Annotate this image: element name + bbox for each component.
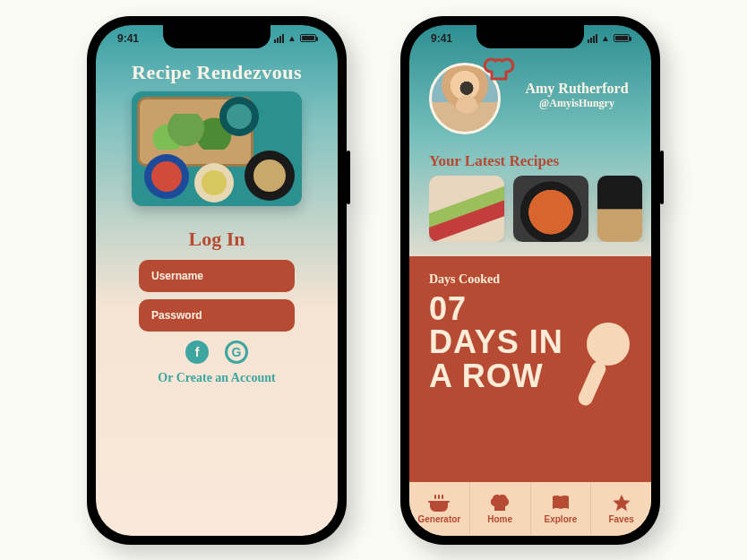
app-title: Recipe Rendezvous bbox=[96, 61, 338, 84]
status-icons: ▲ bbox=[274, 32, 316, 45]
tab-generator[interactable]: Generator bbox=[409, 482, 470, 536]
facebook-button[interactable]: f bbox=[185, 340, 209, 364]
user-handle: @AmyisHungry bbox=[517, 97, 637, 110]
tab-faves[interactable]: Faves bbox=[591, 482, 651, 536]
login-heading: Log In bbox=[96, 228, 338, 251]
phone-home: 9:41 ▲ Amy Rutherford @AmyisHungry Your … bbox=[400, 16, 660, 545]
signal-icon bbox=[274, 34, 284, 43]
password-placeholder: Password bbox=[151, 309, 202, 322]
svg-rect-1 bbox=[576, 358, 608, 407]
tab-label: Home bbox=[487, 514, 512, 524]
battery-icon bbox=[300, 34, 316, 42]
chef-hat-icon bbox=[481, 52, 517, 82]
username-field[interactable]: Username bbox=[139, 260, 295, 292]
status-time: 9:41 bbox=[431, 32, 452, 45]
pot-icon bbox=[428, 493, 450, 513]
create-account-link[interactable]: Or Create an Account bbox=[96, 371, 338, 385]
google-button[interactable]: G bbox=[225, 340, 248, 364]
hero-image bbox=[132, 91, 302, 206]
chef-hat-icon bbox=[489, 493, 511, 513]
tab-home[interactable]: Home bbox=[470, 482, 531, 536]
streak-label: Days Cooked bbox=[429, 272, 631, 287]
tab-label: Faves bbox=[608, 514, 633, 524]
svg-point-0 bbox=[587, 323, 630, 366]
battery-icon bbox=[614, 34, 630, 42]
status-time: 9:41 bbox=[117, 32, 139, 45]
recipe-thumbs bbox=[429, 176, 651, 242]
wifi-icon: ▲ bbox=[288, 33, 296, 43]
tab-label: Generator bbox=[417, 514, 460, 524]
star-icon bbox=[611, 493, 632, 513]
login-screen: 9:41 ▲ Recipe Rendezvous Log In Username… bbox=[96, 25, 338, 536]
recipe-thumb[interactable] bbox=[513, 176, 588, 242]
social-row: f G bbox=[96, 340, 338, 364]
tab-bar: Generator Home Explore Faves bbox=[409, 482, 651, 536]
wifi-icon: ▲ bbox=[601, 33, 610, 43]
tab-explore[interactable]: Explore bbox=[531, 482, 592, 536]
signal-icon bbox=[588, 34, 597, 43]
user-block[interactable]: Amy Rutherford @AmyisHungry bbox=[517, 81, 637, 110]
user-name: Amy Rutherford bbox=[517, 81, 637, 97]
status-icons: ▲ bbox=[588, 32, 630, 45]
streak-card: Days Cooked 07 DAYS IN A ROW bbox=[409, 256, 651, 482]
home-screen: 9:41 ▲ Amy Rutherford @AmyisHungry Your … bbox=[409, 25, 651, 536]
book-icon bbox=[550, 493, 571, 513]
tab-label: Explore bbox=[545, 514, 578, 524]
notch bbox=[477, 25, 584, 48]
password-field[interactable]: Password bbox=[139, 299, 295, 332]
latest-recipes-heading: Your Latest Recipes bbox=[429, 152, 559, 170]
spoon-icon bbox=[569, 321, 633, 410]
username-placeholder: Username bbox=[151, 270, 203, 282]
phone-login: 9:41 ▲ Recipe Rendezvous Log In Username… bbox=[87, 16, 347, 545]
recipe-thumb[interactable] bbox=[429, 176, 504, 242]
recipe-thumb[interactable] bbox=[597, 176, 642, 242]
notch bbox=[163, 25, 270, 48]
